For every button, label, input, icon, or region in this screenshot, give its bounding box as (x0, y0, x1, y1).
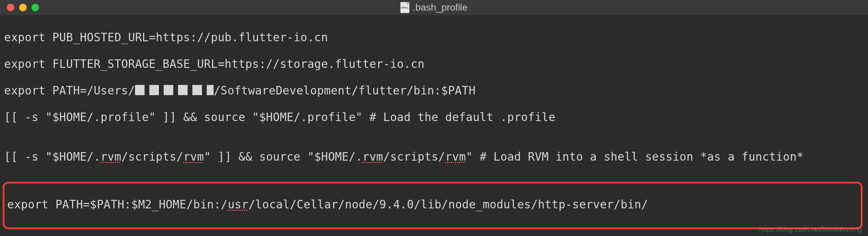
titlebar: SHELL .bash_profile (0, 0, 868, 15)
traffic-lights (0, 4, 39, 11)
code-line: [[ -s "$HOME/.profile" ]] && source "$HO… (4, 111, 864, 124)
code-line: export PUB_HOSTED_URL=https://pub.flutte… (4, 31, 864, 44)
title-text: .bash_profile (413, 2, 467, 13)
code-line: [[ -s "$HOME/.rvm/scripts/rvm" ]] && sou… (4, 150, 864, 164)
redacted-username (135, 85, 214, 95)
maximize-icon[interactable] (31, 4, 39, 11)
highlighted-export: export PATH=$PATH:$M2_HOME/bin:/usr/loca… (3, 182, 863, 229)
watermark: https://blog.csdn.net/littlelittlepeng (759, 225, 862, 233)
code-line: export PATH=/Users//SoftwareDevelopment/… (4, 84, 864, 98)
window-title: SHELL .bash_profile (401, 2, 467, 13)
editor-content[interactable]: export PUB_HOSTED_URL=https://pub.flutte… (0, 15, 868, 236)
code-line: export FLUTTER_STORAGE_BASE_URL=https://… (4, 58, 864, 71)
file-icon: SHELL (401, 2, 409, 13)
code-line: export PATH=$PATH:$M2_HOME/bin:/usr/loca… (7, 198, 858, 211)
minimize-icon[interactable] (19, 4, 27, 11)
close-icon[interactable] (7, 4, 14, 11)
